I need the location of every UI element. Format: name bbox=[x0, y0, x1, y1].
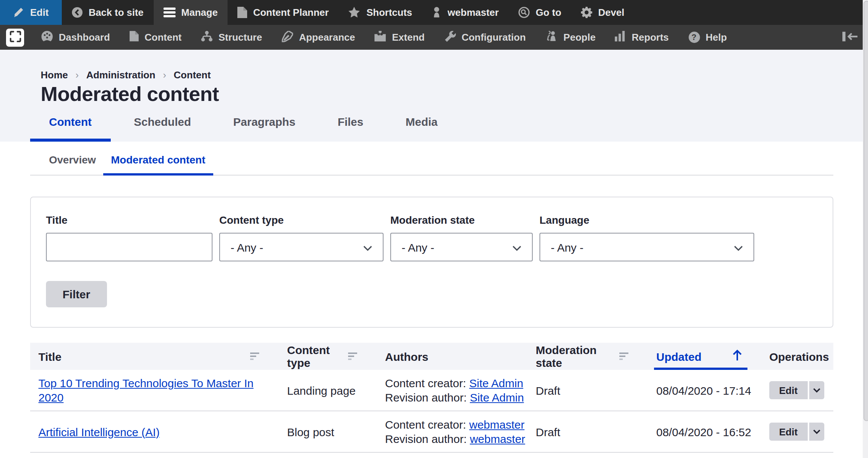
tray-item-content[interactable]: Content bbox=[120, 25, 191, 50]
tab-files[interactable]: Files bbox=[319, 114, 382, 142]
column-header-updated[interactable]: Updated bbox=[648, 343, 761, 370]
tray-item-appearance[interactable]: Appearance bbox=[272, 25, 365, 50]
toolbar-edit-button[interactable]: Edit bbox=[0, 0, 61, 25]
file-icon bbox=[237, 7, 247, 18]
toolbar-go-to[interactable]: Go to bbox=[509, 0, 571, 25]
tray-item-help[interactable]: ? Help bbox=[679, 25, 737, 50]
tray-item-label: Help bbox=[706, 32, 727, 43]
edit-button[interactable]: Edit bbox=[769, 381, 809, 399]
operations-cell: Edit bbox=[761, 411, 833, 452]
authors-cell: Content creator: Site Admin Revision aut… bbox=[377, 370, 527, 411]
table-row: Artificial Intelligence (AI) Blog post C… bbox=[30, 411, 833, 452]
breadcrumb: Home › Administration › Content bbox=[30, 69, 833, 81]
toolbar-shortcuts[interactable]: Shortcuts bbox=[339, 0, 422, 25]
content-type-cell: Blog post bbox=[279, 411, 377, 452]
revision-author-link[interactable]: webmaster bbox=[470, 432, 525, 445]
expand-icon bbox=[9, 31, 21, 44]
page: Edit Back to site Manage Content Planner… bbox=[0, 0, 868, 458]
file-icon bbox=[130, 31, 139, 44]
column-header-label: Moderation state bbox=[536, 344, 619, 369]
scrollbar-track[interactable] bbox=[863, 0, 868, 458]
toolbar-devel[interactable]: Devel bbox=[571, 0, 634, 25]
moderation-state-select[interactable]: - Any - bbox=[390, 233, 533, 261]
authors-cell: Content creator: webmaster Revision auth… bbox=[377, 411, 527, 452]
tray-item-configuration[interactable]: Configuration bbox=[434, 25, 535, 50]
breadcrumb-administration[interactable]: Administration bbox=[86, 69, 155, 81]
breadcrumb-content[interactable]: Content bbox=[174, 69, 211, 81]
operations-caret-button[interactable] bbox=[809, 423, 824, 441]
breadcrumb-separator: › bbox=[75, 69, 79, 81]
page-header: Home › Administration › Content Moderate… bbox=[0, 50, 868, 142]
toolbar-item-label: Manage bbox=[181, 7, 218, 18]
tab-content[interactable]: Content bbox=[30, 114, 110, 142]
column-header-title[interactable]: Title bbox=[30, 343, 279, 370]
moderation-state-cell: Draft bbox=[527, 370, 648, 411]
content-creator-label: Content creator: bbox=[385, 377, 466, 389]
filter-field-content-type: Content type - Any - bbox=[219, 214, 384, 261]
tray-item-dashboard[interactable]: Dashboard bbox=[32, 25, 120, 50]
tab-overview[interactable]: Overview bbox=[41, 142, 104, 175]
tab-paragraphs[interactable]: Paragraphs bbox=[214, 114, 314, 142]
tray-item-label: Content bbox=[145, 32, 182, 43]
tray-item-label: Configuration bbox=[462, 32, 526, 43]
filter-submit-button[interactable]: Filter bbox=[46, 281, 107, 307]
tab-media[interactable]: Media bbox=[387, 114, 457, 142]
toolbar-item-label: Shortcuts bbox=[367, 7, 412, 18]
operations-caret-button[interactable] bbox=[809, 381, 824, 399]
goto-icon bbox=[518, 7, 530, 18]
admin-home-button[interactable] bbox=[6, 28, 24, 46]
sitemap-icon bbox=[201, 31, 212, 44]
content-type-cell: Landing page bbox=[279, 370, 377, 411]
toolbar-item-label: webmaster bbox=[448, 7, 499, 18]
breadcrumb-separator: › bbox=[163, 69, 166, 81]
toolbar-item-label: Devel bbox=[598, 7, 624, 18]
tray-item-label: Structure bbox=[219, 32, 262, 43]
toolbar-item-label: Back to site bbox=[89, 7, 144, 18]
revision-author-link[interactable]: Site Admin bbox=[470, 391, 524, 404]
toolbar-user-webmaster[interactable]: webmaster bbox=[422, 0, 509, 25]
tab-scheduled[interactable]: Scheduled bbox=[115, 114, 210, 142]
content-type-select[interactable]: - Any - bbox=[219, 233, 384, 261]
table-header-row: Title Content type Authors Moderation st… bbox=[30, 343, 833, 370]
filter-panel: Title Content type - Any - Moderation st… bbox=[30, 197, 833, 328]
gear-icon bbox=[581, 7, 592, 18]
toolbar-manage[interactable]: Manage bbox=[153, 0, 228, 25]
tray-item-reports[interactable]: Reports bbox=[605, 25, 679, 50]
operations-dropdown: Edit bbox=[769, 423, 824, 441]
tray-item-structure[interactable]: Structure bbox=[191, 25, 272, 50]
secondary-tabs: Overview Moderated content bbox=[30, 142, 833, 176]
operations-dropdown: Edit bbox=[769, 381, 824, 399]
language-select[interactable]: - Any - bbox=[539, 233, 754, 261]
tray-item-people[interactable]: People bbox=[536, 25, 605, 50]
column-header-moderation-state[interactable]: Moderation state bbox=[527, 343, 648, 370]
content-title-link[interactable]: Top 10 Trending Technologies To Master I… bbox=[38, 377, 254, 404]
chevron-down-icon bbox=[363, 241, 372, 253]
toolbar-item-label: Edit bbox=[30, 7, 49, 18]
content-creator-link[interactable]: Site Admin bbox=[469, 377, 523, 389]
star-icon bbox=[348, 7, 361, 18]
toolbar-back-to-site[interactable]: Back to site bbox=[61, 0, 153, 25]
chevron-down-icon bbox=[734, 241, 743, 253]
updated-cell: 08/04/2020 - 16:52 bbox=[648, 411, 761, 452]
tray-item-label: Reports bbox=[632, 32, 669, 43]
tray-item-extend[interactable]: Extend bbox=[365, 25, 434, 50]
column-header-content-type[interactable]: Content type bbox=[279, 343, 377, 370]
moderation-state-filter-label: Moderation state bbox=[390, 214, 533, 226]
filter-field-title: Title bbox=[46, 214, 212, 261]
revision-author-label: Revision author: bbox=[385, 432, 467, 445]
revision-author-label: Revision author: bbox=[385, 391, 467, 404]
tab-moderated-content[interactable]: Moderated content bbox=[104, 142, 213, 175]
column-header-label: Updated bbox=[656, 350, 701, 363]
dashboard-icon bbox=[41, 31, 53, 44]
help-glyph: ? bbox=[691, 33, 696, 41]
scrollbar-thumb[interactable] bbox=[863, 1, 868, 421]
content-creator-link[interactable]: webmaster bbox=[469, 418, 524, 431]
moderation-state-cell: Draft bbox=[527, 411, 648, 452]
toolbar-content-planner[interactable]: Content Planner bbox=[228, 0, 339, 25]
bar-chart-icon bbox=[615, 31, 626, 44]
content-title-link[interactable]: Artificial Intelligence (AI) bbox=[38, 425, 160, 438]
breadcrumb-home[interactable]: Home bbox=[41, 69, 68, 81]
edit-button[interactable]: Edit bbox=[769, 423, 809, 441]
content-type-select-value: - Any - bbox=[231, 241, 263, 253]
title-filter-input[interactable] bbox=[46, 233, 212, 261]
